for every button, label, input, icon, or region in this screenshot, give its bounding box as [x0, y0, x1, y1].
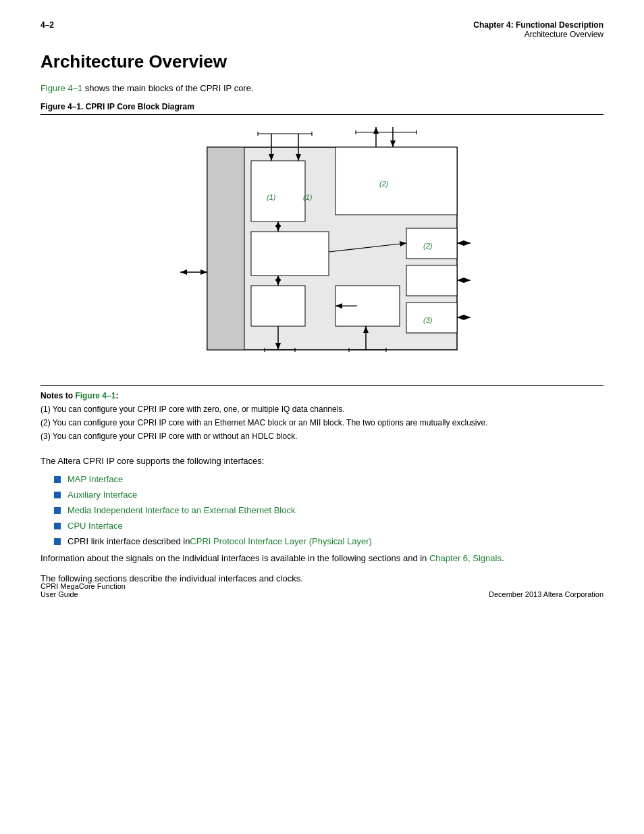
chapter-info: Chapter 4: Functional Description Archit…: [473, 20, 603, 39]
svg-text:(2): (2): [423, 242, 433, 250]
svg-text:(3): (3): [423, 316, 433, 324]
para1: Information about the signals on the ind…: [41, 552, 603, 565]
svg-marker-24: [200, 269, 207, 275]
figure-caption: Figure 4–1. CPRI IP Core Block Diagram: [41, 102, 603, 115]
diagram-container: (1) (1) (2) (2) (3): [41, 127, 603, 377]
figure-ref-link[interactable]: Figure 4–1: [41, 83, 82, 93]
list-item: MAP Interface: [54, 474, 603, 484]
chapter-title: Chapter 4: Functional Description: [473, 20, 603, 30]
bullet-icon: [54, 492, 61, 498]
notes-section: Notes to Figure 4–1: (1) You can configu…: [41, 385, 603, 442]
auxiliary-interface-link[interactable]: Auxiliary Interface: [68, 490, 137, 500]
cpu-interface-link[interactable]: CPU Interface: [68, 521, 123, 531]
intro-paragraph: Figure 4–1 shows the main blocks of the …: [41, 82, 603, 95]
svg-text:(1): (1): [267, 193, 276, 201]
svg-rect-3: [336, 147, 457, 215]
page-footer: CPRI MegaCore Function User Guide Decemb…: [41, 582, 603, 598]
notes-item-1: (1) You can configure your CPRI IP core …: [41, 403, 603, 415]
svg-rect-2: [251, 161, 305, 221]
svg-text:(2): (2): [379, 180, 389, 188]
svg-marker-44: [464, 278, 471, 283]
cpri-link-prefix: CPRI link interface described in: [68, 536, 190, 546]
header-section-title: Architecture Overview: [473, 30, 603, 39]
svg-rect-1: [207, 147, 244, 350]
cpri-protocol-link[interactable]: CPRI Protocol Interface Layer (Physical …: [190, 536, 372, 546]
page: 4–2 Chapter 4: Functional Description Ar…: [0, 0, 644, 619]
svg-marker-23: [180, 269, 187, 275]
body-text: The Altera CPRI IP core supports the fol…: [41, 454, 603, 468]
page-number: 4–2: [41, 20, 54, 30]
chapter6-link[interactable]: Chapter 6, Signals: [429, 553, 502, 563]
svg-marker-18: [390, 140, 396, 147]
intro-text: shows the main blocks of the CPRI IP cor…: [82, 83, 253, 93]
footer-left: CPRI MegaCore Function User Guide: [41, 582, 126, 598]
svg-marker-41: [464, 240, 471, 246]
notes-figure-link[interactable]: Figure 4–1: [75, 391, 115, 400]
map-interface-link[interactable]: MAP Interface: [68, 474, 123, 484]
para1-end: .: [502, 553, 504, 563]
bullet-icon: [54, 523, 61, 529]
notes-item-3: (3) You can configure your CPRI IP core …: [41, 430, 603, 442]
footer-right: December 2013 Altera Corporation: [489, 590, 603, 598]
svg-marker-48: [457, 315, 464, 320]
bullet-icon: [54, 507, 61, 514]
list-item: Auxiliary Interface: [54, 490, 603, 500]
mii-interface-link[interactable]: Media Independent Interface to an Extern…: [68, 505, 296, 515]
svg-marker-42: [457, 240, 464, 246]
bullet-icon: [54, 538, 61, 545]
svg-rect-7: [251, 232, 329, 276]
svg-marker-47: [464, 315, 471, 320]
page-header: 4–2 Chapter 4: Functional Description Ar…: [41, 20, 603, 39]
block-diagram: (1) (1) (2) (2) (3): [153, 127, 491, 377]
svg-rect-13: [251, 286, 305, 326]
bullet-icon: [54, 476, 61, 483]
list-item: Media Independent Interface to an Extern…: [54, 505, 603, 515]
notes-title: Notes to Figure 4–1:: [41, 391, 603, 400]
notes-item-2: (2) You can configure your CPRI IP core …: [41, 417, 603, 429]
para1-text: Information about the signals on the ind…: [41, 553, 429, 563]
footer-product: CPRI MegaCore Function: [41, 582, 126, 590]
list-item: CPU Interface: [54, 521, 603, 531]
list-item: CPRI link interface described in CPRI Pr…: [54, 536, 603, 546]
notes-title-colon: :: [115, 391, 118, 400]
page-title: Architecture Overview: [41, 51, 603, 72]
footer-doc-type: User Guide: [41, 590, 126, 598]
svg-text:(1): (1): [303, 193, 313, 201]
svg-rect-10: [406, 265, 457, 296]
notes-title-prefix: Notes to: [41, 391, 75, 400]
svg-marker-45: [457, 278, 464, 283]
bullet-list: MAP Interface Auxiliary Interface Media …: [54, 474, 603, 546]
